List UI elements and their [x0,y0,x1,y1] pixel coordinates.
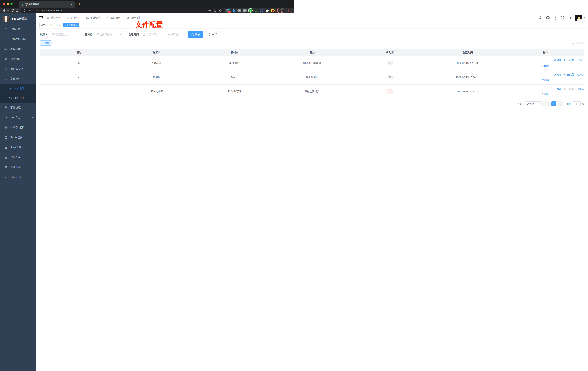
close-window-button[interactable] [3,3,5,5]
browser-tab[interactable]: 芋道管理系统 × [19,1,75,8]
back-button[interactable] [2,8,6,13]
sidebar-item-mysql-monitor[interactable]: MySQL 监控 [0,122,36,132]
briefcase-icon [106,16,109,19]
extension-drop-icon[interactable] [232,9,235,12]
tab-close-icon[interactable]: × [70,3,73,6]
site-info-icon[interactable] [23,9,25,12]
zoom-window-button[interactable] [10,3,13,5]
topnav-payment[interactable]: ¥ 支付管理 [67,13,80,22]
collapse-sidebar-icon[interactable] [39,16,43,20]
extension-recorder-icon[interactable] [243,9,247,12]
share-icon[interactable] [213,9,216,12]
sidebar-item-file-mgmt[interactable]: 文件管理 [0,74,36,84]
yen-icon: ¥ [67,16,69,19]
extension-y-icon[interactable]: y [249,9,252,12]
annotation-overlay: 文件配置 [136,20,163,29]
extension-badge: 11 [228,11,231,13]
sidebar-item-java-monitor[interactable]: Java 监控 [0,142,36,152]
eye-icon [4,166,8,169]
bookmark-star-icon[interactable] [219,9,222,12]
app-title: 芋道管理系统 [11,17,27,21]
start-date-placeholder[interactable]: 开始日期 [145,33,162,36]
search-icon [191,33,194,36]
doc-edit-icon [4,116,8,119]
chevron-up-icon [32,78,34,80]
window-controls [3,3,13,5]
timer-doc-icon [4,156,8,159]
name-filter-input[interactable] [50,31,80,38]
sidebar-item-code-demo[interactable]: 代码生成示例 [0,34,36,44]
refresh-icon [208,33,211,36]
tag-bar: 首页 个人中心 × ● 文件配置 × [36,22,294,28]
sidebar-item-code-gen[interactable]: 代码生成 [0,24,36,34]
add-button[interactable]: + 新增 [40,41,52,45]
logo-avatar [3,16,9,22]
sliders-icon [4,57,8,61]
sidebar-item-redis-monitor[interactable]: Redis 监控 [0,132,36,142]
storage-filter-label: 存储器 [85,33,93,36]
sidebar-item-file-config[interactable]: 文件配置 [0,84,36,93]
gear-icon [9,87,12,90]
minimize-window-button[interactable] [7,3,9,5]
end-date-placeholder[interactable]: 结束日期 [165,33,181,36]
sidebar-item-system-api[interactable]: 系统接口 [0,54,36,64]
sidebar-item-db-doc[interactable]: 数据库文档 [0,64,36,74]
extension-rings-icon[interactable] [260,9,263,12]
edit-square-icon [4,106,8,109]
pagination: 共 3 条 10条/页 ‹ 1 › 前往 页 [40,101,294,106]
col-remark: 备注 [273,51,294,54]
search-button[interactable]: 搜索 [188,31,203,38]
tag-home[interactable]: 首页 [39,23,47,27]
sidebar-item-scheduled-jobs[interactable]: 定时任务 [0,152,36,162]
storage-filter-select[interactable]: 请选择存储器 [95,31,124,38]
password-key-icon[interactable] [208,9,211,12]
sidebar-item-file-list[interactable]: 文件列表 [0,93,36,103]
extension-pin-icon[interactable]: 11 [226,9,230,12]
table-row: 4 数据库 数据库 我是数据库 否 2022-03-15 23:56:24 修改… [40,70,294,85]
table-toolbar: + 新增 [40,40,294,46]
sidebar-item-tracing[interactable]: 链路追踪 [0,162,36,172]
table-grid-icon [4,67,8,71]
topnav-infrastructure[interactable]: 基础设施 [86,13,100,22]
pie-chart-icon [126,16,129,19]
sidebar-item-log-center[interactable]: 日志中心 [0,172,36,182]
address-bar[interactable]: 127.0.0.1:1024/infra/file/file-config [21,8,224,13]
plus-icon: + [42,42,44,44]
tag-close-icon[interactable]: × [59,24,61,27]
sidebar-item-config-mgmt[interactable]: 配置管理 [0,103,36,113]
tag-profile[interactable]: 个人中心 × [48,23,62,27]
url-text[interactable]: 127.0.0.1:1024/infra/file/file-config [27,9,205,12]
browser-toolbar: 127.0.0.1:1024/infra/file/file-config 11… [0,8,294,13]
extension-emoji-icon[interactable] [271,9,275,12]
extension-command-icon[interactable]: ⌘ [238,9,241,12]
new-tab-button[interactable]: + [77,2,82,6]
file-mgmt-submenu: 文件配置 文件列表 [0,84,36,103]
topnav-workflow[interactable]: 工作流程 [106,13,120,22]
top-nav: 系统管理 ¥ 支付管理 基础设施 工作流程 统计报表 [47,13,141,22]
forward-button[interactable] [6,8,10,13]
time-filter-label: 创建时间 [129,33,139,36]
extension-star-icon[interactable] [254,9,258,12]
filter-form: 配置名 存储器 请选择存储器 创建时间 开始日期 - 结束日期 搜索 [40,31,294,38]
cloud-upload-icon [9,96,12,99]
sidebar-logo[interactable]: 芋道管理系统 [0,13,36,24]
sidebar-item-api-log[interactable]: API 日志 [0,113,36,122]
reset-button[interactable]: 重置 [205,31,220,38]
topnav-system[interactable]: 系统管理 [47,13,61,22]
tag-file-config[interactable]: ● 文件配置 × [63,23,79,27]
chevron-down-icon [120,34,122,36]
chart-line-icon [4,126,8,129]
date-range-picker[interactable]: 开始日期 - 结束日期 [141,31,183,38]
reload-button[interactable] [10,8,15,13]
table-row: 5 本地磁盘 本地磁盘 测试下本地存储 否 2022-03-15 23:57:0… [40,56,294,70]
home-button[interactable] [15,8,19,13]
browser-chrome: 芋道管理系统 × + 127.0.0.1:1024/infra/file/fil… [0,0,294,13]
chrome-menu-icon[interactable]: ⋮ [287,9,290,12]
layers-icon [4,136,8,139]
tag-close-icon[interactable]: × [76,24,77,27]
sidebar-item-form-builder[interactable]: 表单构建 [0,44,36,54]
tab-strip: 芋道管理系统 × + [0,0,294,8]
sidebar-menu: 代码生成 代码生成示例 表单构建 系统接口 数据库文档 文件管理 [0,24,36,186]
extension-puzzle-icon[interactable] [265,9,269,12]
chrome-update-button[interactable]: 更新 ⋮ [277,8,292,13]
